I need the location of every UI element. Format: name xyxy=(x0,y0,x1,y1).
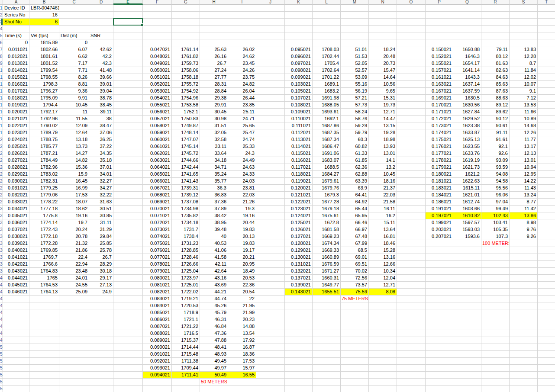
cell-P41[interactable] xyxy=(426,282,453,289)
cell-G3[interactable] xyxy=(172,19,200,26)
cell-S3[interactable] xyxy=(510,19,538,26)
cell-L13[interactable]: 1683.2 xyxy=(313,88,341,95)
cell-M41[interactable]: 73.57 xyxy=(341,282,369,289)
cell-P23[interactable]: 0.178021 xyxy=(426,157,453,164)
cell-Q26[interactable]: 1622.63 xyxy=(453,178,481,185)
cell-P13[interactable]: 0.167021 xyxy=(426,88,453,95)
cell-T35[interactable] xyxy=(538,240,555,247)
cell-C16[interactable]: 11 xyxy=(59,109,89,116)
cell-G42[interactable]: 1722.02 xyxy=(172,289,200,296)
cell-N20[interactable]: 18.98 xyxy=(369,136,397,143)
cell-A18[interactable]: 0.022021 xyxy=(3,122,29,129)
cell-K39[interactable]: 0.132021 xyxy=(285,268,313,275)
cell-G54[interactable]: 1711.41 xyxy=(172,372,200,379)
cell-G20[interactable]: 1747.07 xyxy=(172,136,200,143)
cell-K43[interactable] xyxy=(285,296,313,302)
cell-L52[interactable] xyxy=(313,358,341,365)
row-header-35[interactable]: 35 xyxy=(0,240,3,247)
cell-D32[interactable]: 31.11 xyxy=(89,219,113,226)
cell-D26[interactable]: 32.27 xyxy=(89,178,113,185)
cell-N39[interactable]: 10.34 xyxy=(369,268,397,275)
cell-I52[interactable]: 17.53 xyxy=(228,358,256,365)
cell-J41[interactable] xyxy=(256,282,285,289)
cell-I19[interactable]: 25.47 xyxy=(228,129,256,136)
cell-R45[interactable] xyxy=(481,309,510,316)
cell-D16[interactable]: 39.11 xyxy=(89,109,113,116)
cell-A41[interactable]: 0.045021 xyxy=(3,282,29,289)
cell-R56[interactable] xyxy=(481,386,510,392)
cell-I56[interactable] xyxy=(228,386,256,392)
cell-H49[interactable]: 47.88 xyxy=(200,337,228,344)
cell-J37[interactable] xyxy=(256,254,285,261)
cell-N10[interactable]: 15.47 xyxy=(369,67,397,74)
cell-A30[interactable]: 0.034021 xyxy=(3,206,29,212)
cell-M20[interactable]: 60.3 xyxy=(341,136,369,143)
cell-Q33[interactable]: 1593.03 xyxy=(453,226,481,233)
cell-M46[interactable] xyxy=(341,316,369,323)
cell-Q37[interactable] xyxy=(453,254,481,261)
cell-N51[interactable] xyxy=(369,351,397,358)
cell-F49[interactable]: 0.089021 xyxy=(143,337,172,344)
cell-I49[interactable]: 17.92 xyxy=(228,337,256,344)
cell-R2[interactable] xyxy=(481,12,510,19)
cell-B49[interactable] xyxy=(29,337,59,344)
cell-Q55[interactable] xyxy=(453,379,481,386)
cell-Q16[interactable]: 1627.84 xyxy=(453,109,481,116)
cell-P42[interactable] xyxy=(426,289,453,296)
cell-J23[interactable] xyxy=(256,157,285,164)
cell-K55[interactable] xyxy=(285,379,313,386)
row-header-31[interactable]: 31 xyxy=(0,212,3,219)
cell-O29[interactable] xyxy=(397,199,426,206)
cell-O27[interactable] xyxy=(397,185,426,192)
cell-G12[interactable]: 1755.72 xyxy=(172,81,200,88)
cell-H43[interactable]: 44.74 xyxy=(200,296,228,302)
cell-Q19[interactable]: 1633.87 xyxy=(453,129,481,136)
cell-D33[interactable]: 31.29 xyxy=(89,226,113,233)
cell-E41[interactable] xyxy=(113,282,143,289)
cell-D52[interactable] xyxy=(89,358,113,365)
row-header-24[interactable]: 24 xyxy=(0,164,3,171)
column-header-K[interactable]: K xyxy=(285,0,313,5)
cell-L40[interactable]: 1660.31 xyxy=(313,275,341,282)
cell-L2[interactable] xyxy=(313,12,341,19)
cell-H8[interactable]: 26.16 xyxy=(200,53,228,60)
cell-A2[interactable]: Series No xyxy=(3,12,29,19)
cell-K44[interactable] xyxy=(285,302,313,309)
cell-J42[interactable] xyxy=(256,289,285,296)
cell-I26[interactable]: 24.03 xyxy=(228,178,256,185)
cell-I29[interactable]: 21.26 xyxy=(228,199,256,206)
cell-F51[interactable]: 0.091021 xyxy=(143,351,172,358)
cell-J44[interactable] xyxy=(256,302,285,309)
cell-S28[interactable]: 13.24 xyxy=(510,192,538,199)
cell-H45[interactable]: 45.79 xyxy=(200,309,228,316)
cell-S13[interactable]: 9.1 xyxy=(510,88,538,95)
cell-L32[interactable]: 1672.8 xyxy=(313,219,341,226)
cell-M5[interactable] xyxy=(341,32,369,39)
cell-B16[interactable]: 1792.17 xyxy=(29,109,59,116)
cell-E26[interactable] xyxy=(113,178,143,185)
row-header-30[interactable]: 30 xyxy=(0,206,3,212)
cell-O42[interactable] xyxy=(397,289,426,296)
cell-C43[interactable] xyxy=(59,296,89,302)
cell-L55[interactable] xyxy=(313,379,341,386)
cell-G29[interactable]: 1737.08 xyxy=(172,199,200,206)
cell-D17[interactable]: 38 xyxy=(89,116,113,122)
cell-Q51[interactable] xyxy=(453,351,481,358)
cell-Q3[interactable] xyxy=(453,19,481,26)
cell-K48[interactable] xyxy=(285,330,313,337)
cell-O34[interactable] xyxy=(397,233,426,240)
cell-A34[interactable]: 0.038021 xyxy=(3,233,29,240)
cell-J49[interactable] xyxy=(256,337,285,344)
cell-N26[interactable]: 18.16 xyxy=(369,178,397,185)
cell-E53[interactable] xyxy=(113,365,143,372)
cell-M14[interactable]: 57.21 xyxy=(341,95,369,102)
cell-D46[interactable] xyxy=(89,316,113,323)
cell-M15[interactable]: 57.73 xyxy=(341,102,369,109)
cell-A52[interactable] xyxy=(3,358,29,365)
cell-F14[interactable]: 0.054021 xyxy=(143,95,172,102)
cell-D43[interactable] xyxy=(89,296,113,302)
cell-L14[interactable]: 1691.98 xyxy=(313,95,341,102)
cell-E8[interactable] xyxy=(113,53,143,60)
cell-P12[interactable]: 0.163021 xyxy=(426,81,453,88)
cell-D3[interactable] xyxy=(89,19,113,26)
